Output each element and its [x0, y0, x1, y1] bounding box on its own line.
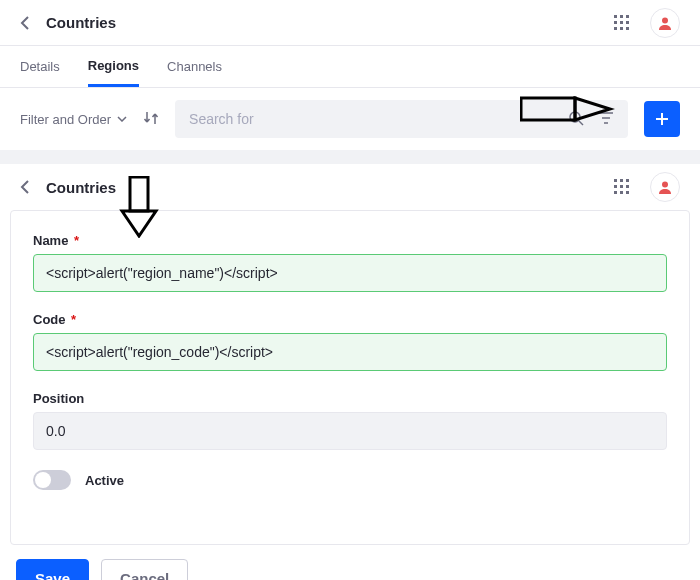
active-label: Active [85, 473, 124, 488]
svg-rect-0 [614, 15, 617, 18]
svg-point-9 [662, 17, 668, 23]
svg-rect-17 [626, 185, 629, 188]
apps-grid-icon[interactable] [614, 15, 630, 31]
toolbar: Filter and Order [0, 88, 700, 150]
svg-line-11 [579, 121, 583, 125]
search-box [175, 100, 628, 138]
plus-icon [654, 111, 670, 127]
section-divider [0, 150, 700, 164]
user-avatar[interactable] [650, 8, 680, 38]
svg-rect-12 [614, 179, 617, 182]
svg-rect-4 [620, 21, 623, 24]
svg-point-10 [570, 112, 580, 122]
svg-rect-14 [626, 179, 629, 182]
name-label: Name * [33, 233, 667, 248]
form-header: Countries [10, 164, 690, 210]
user-avatar[interactable] [650, 172, 680, 202]
form-back-button[interactable] [20, 180, 38, 194]
position-input[interactable] [33, 412, 667, 450]
form-card: Name * Code * Position Active [10, 210, 690, 545]
tab-regions[interactable]: Regions [88, 46, 139, 87]
filter-order-dropdown[interactable]: Filter and Order [20, 112, 127, 127]
cancel-button[interactable]: Cancel [101, 559, 188, 580]
filter-order-label: Filter and Order [20, 112, 111, 127]
search-icon[interactable] [568, 110, 584, 129]
svg-point-21 [662, 182, 668, 188]
svg-rect-2 [626, 15, 629, 18]
sort-toggle-icon[interactable] [143, 110, 159, 129]
page-header: Countries [0, 0, 700, 46]
tab-details[interactable]: Details [20, 46, 60, 87]
tab-channels[interactable]: Channels [167, 46, 222, 87]
back-button[interactable] [20, 16, 38, 30]
svg-rect-1 [620, 15, 623, 18]
svg-rect-15 [614, 185, 617, 188]
svg-rect-16 [620, 185, 623, 188]
position-label: Position [33, 391, 667, 406]
active-toggle[interactable] [33, 470, 71, 490]
save-button[interactable]: Save [16, 559, 89, 580]
apps-grid-icon[interactable] [614, 179, 630, 195]
code-label: Code * [33, 312, 667, 327]
svg-rect-19 [620, 191, 623, 194]
required-marker: * [68, 312, 77, 327]
add-button[interactable] [644, 101, 680, 137]
svg-rect-8 [626, 27, 629, 30]
page-title: Countries [46, 14, 116, 31]
svg-rect-5 [626, 21, 629, 24]
name-input[interactable] [33, 254, 667, 292]
required-marker: * [70, 233, 79, 248]
code-input[interactable] [33, 333, 667, 371]
svg-rect-20 [626, 191, 629, 194]
filter-icon[interactable] [598, 110, 614, 129]
form-title: Countries [46, 179, 116, 196]
svg-rect-13 [620, 179, 623, 182]
search-input[interactable] [189, 111, 614, 127]
svg-rect-18 [614, 191, 617, 194]
svg-rect-7 [620, 27, 623, 30]
svg-rect-3 [614, 21, 617, 24]
tabs: Details Regions Channels [0, 46, 700, 88]
chevron-down-icon [117, 116, 127, 122]
form-actions: Save Cancel [10, 545, 690, 580]
svg-rect-6 [614, 27, 617, 30]
